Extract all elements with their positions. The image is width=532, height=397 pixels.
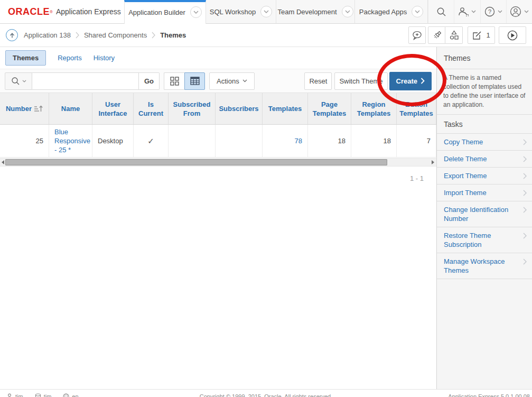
breadcrumb-current: Themes	[160, 31, 186, 39]
col-button-templates[interactable]: Button Templates	[397, 93, 436, 124]
chevron-right-icon	[523, 233, 527, 239]
tab-themes[interactable]: Themes	[5, 50, 46, 66]
edit-page-button[interactable]: 1	[468, 26, 495, 44]
tab-team-development[interactable]: Team Development	[276, 0, 355, 24]
edit-page-number: 1	[486, 31, 490, 39]
run-button[interactable]	[499, 26, 526, 44]
pagination: 1 - 1	[0, 174, 436, 182]
oracle-logo: ORACLE® Application Express	[0, 0, 124, 24]
page-action-buttons: 1	[408, 26, 526, 44]
search-input[interactable]	[32, 72, 139, 90]
chevron-down-icon[interactable]	[342, 6, 353, 17]
col-label: Number	[6, 104, 32, 113]
tab-reports[interactable]: Reports	[58, 54, 82, 62]
chevron-right-icon	[523, 156, 527, 162]
tab-label: Application Builder	[128, 8, 185, 16]
task-manage-workspace-themes[interactable]: Manage Workspace Themes	[437, 253, 532, 279]
chevron-down-icon[interactable]	[190, 6, 202, 18]
chevron-right-icon	[523, 207, 527, 213]
col-subscribed-from[interactable]: Subscribed From	[169, 93, 216, 124]
footer: tim tim en Copyright © 1999, 2015, Oracl…	[0, 389, 532, 397]
header-icon-area: ?	[428, 0, 532, 24]
switch-theme-button[interactable]: Switch Theme	[334, 72, 387, 90]
page: ORACLE® Application Express Application …	[0, 0, 532, 397]
breadcrumb-separator-icon	[152, 32, 155, 39]
spotlight-button[interactable]	[428, 26, 445, 44]
col-region-templates[interactable]: Region Templates	[351, 93, 397, 124]
run-icon	[507, 30, 518, 41]
col-templates[interactable]: Templates	[263, 93, 308, 124]
brand-text: ORACLE	[8, 6, 50, 17]
footer-copyright: Copyright © 1999, 2015, Oracle. All righ…	[0, 393, 532, 397]
chevron-right-icon	[523, 258, 527, 265]
chevron-right-icon	[523, 190, 527, 196]
cell-subscribers	[216, 125, 263, 157]
col-user-interface[interactable]: User Interface	[92, 93, 134, 124]
cell-region-templates: 18	[351, 125, 397, 157]
cell-name[interactable]: Blue Responsive - 25 *	[49, 125, 92, 157]
cell-page-templates: 18	[308, 125, 351, 157]
create-button[interactable]: Create	[389, 72, 432, 90]
tab-packaged-apps[interactable]: Packaged Apps	[355, 0, 428, 24]
col-is-current[interactable]: Is Current	[134, 93, 169, 124]
actions-button[interactable]: Actions	[209, 72, 255, 90]
chevron-down-icon	[242, 79, 247, 82]
horizontal-scrollbar[interactable]	[0, 158, 436, 167]
task-export-theme[interactable]: Export Theme	[437, 168, 532, 184]
cell-button-templates: 7	[397, 125, 436, 157]
chevron-right-icon	[421, 78, 425, 84]
breadcrumb-application[interactable]: Application 138	[24, 31, 71, 39]
report-toolbar: Go Actions Reset Switch Theme Create	[0, 69, 436, 93]
chevron-down-icon	[498, 10, 502, 13]
tab-sql-workshop[interactable]: SQL Workshop	[206, 0, 276, 24]
search-group: Go	[5, 72, 160, 90]
main-content: Themes Reports History Go	[0, 47, 436, 389]
user-menu[interactable]	[506, 0, 532, 23]
edit-page-icon	[472, 31, 482, 40]
tab-label: SQL Workshop	[210, 8, 256, 16]
task-import-theme[interactable]: Import Theme	[437, 184, 532, 201]
chevron-down-icon[interactable]	[412, 6, 423, 17]
scroll-left-arrow[interactable]	[2, 160, 4, 164]
report-view-button[interactable]	[184, 72, 205, 90]
top-header: ORACLE® Application Express Application …	[0, 0, 532, 24]
col-subscribers[interactable]: Subscribers	[216, 93, 263, 124]
task-delete-theme[interactable]: Delete Theme	[437, 151, 532, 168]
task-change-identification-number[interactable]: Change Identification Number	[437, 201, 532, 227]
cell-is-current: ✓	[134, 125, 169, 157]
shared-components-button[interactable]	[445, 26, 463, 44]
feedback-button[interactable]	[408, 26, 426, 44]
col-page-templates[interactable]: Page Templates	[308, 93, 351, 124]
breadcrumb-shared-components[interactable]: Shared Components	[84, 31, 147, 39]
scroll-right-arrow[interactable]	[432, 160, 434, 164]
help-menu[interactable]: ?	[480, 0, 506, 23]
cell-number: 25	[0, 125, 49, 157]
administration-icon	[458, 7, 469, 16]
search-column-selector[interactable]	[5, 72, 32, 90]
cell-subscribed-from	[169, 125, 216, 157]
breadcrumb-bar: Application 138 Shared Components Themes…	[0, 24, 532, 47]
tab-history[interactable]: History	[94, 54, 115, 62]
search-button[interactable]	[428, 0, 454, 23]
tab-label: Team Development	[278, 8, 337, 16]
administration-menu[interactable]	[454, 0, 480, 23]
reset-button[interactable]: Reset	[304, 72, 332, 90]
product-text: Application Express	[56, 7, 121, 16]
icon-view-button[interactable]	[164, 72, 184, 90]
sidebar-title: Themes	[437, 47, 532, 69]
chevron-down-icon[interactable]	[260, 6, 272, 17]
col-number[interactable]: Number	[0, 93, 49, 124]
spotlight-icon	[432, 30, 442, 41]
up-level-icon[interactable]	[6, 29, 18, 41]
go-button[interactable]: Go	[139, 72, 160, 90]
tab-application-builder[interactable]: Application Builder	[124, 0, 206, 24]
task-restore-theme-subscription[interactable]: Restore Theme Subscription	[437, 227, 532, 253]
right-sidebar: Themes A Theme is a named collection of …	[436, 47, 532, 389]
sidebar-description: A Theme is a named collection of templat…	[437, 69, 532, 115]
user-icon	[510, 6, 521, 17]
col-name[interactable]: Name	[49, 93, 92, 124]
table-header: Number Name User Interface Is Current Su…	[0, 93, 436, 125]
cell-templates[interactable]: 78	[263, 125, 308, 157]
task-copy-theme[interactable]: Copy Theme	[437, 134, 532, 151]
scrollbar-thumb[interactable]	[5, 159, 387, 165]
